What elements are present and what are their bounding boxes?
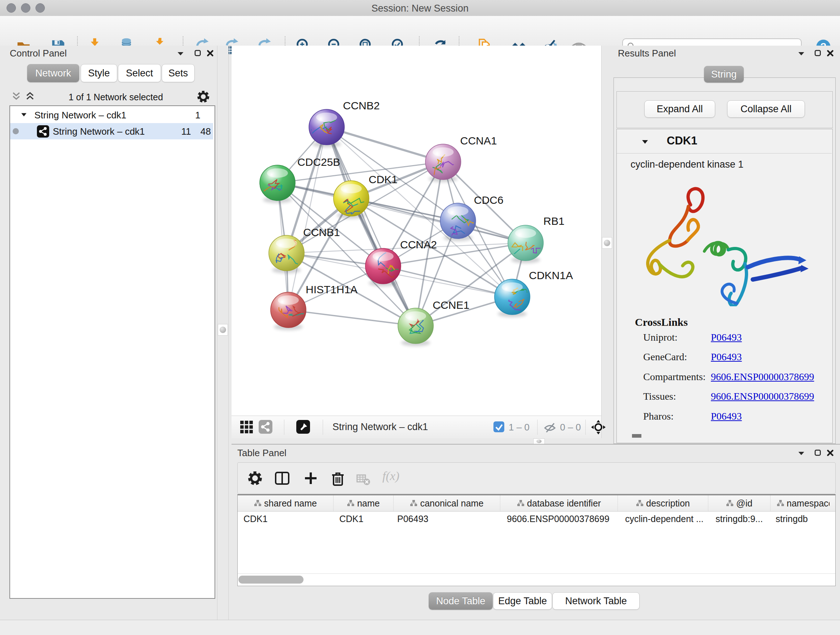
birds-eye-view-icon[interactable] (296, 420, 310, 435)
node-label: CDKN1A (529, 269, 573, 281)
netbar-separator (284, 420, 284, 435)
table-row[interactable]: CDK1 CDK1 P06493 9606.ENSP00000378699 cy… (238, 511, 835, 526)
node-label: HIST1H1A (306, 283, 357, 295)
table-options-gear-icon[interactable] (247, 470, 263, 488)
crosslink-value[interactable]: P06493 (711, 410, 742, 422)
show-grid-icon[interactable] (240, 420, 254, 435)
table-panel-float-icon[interactable] (814, 449, 822, 458)
results-panel-close-icon[interactable] (826, 49, 834, 59)
column-header[interactable]: database identifier (500, 495, 618, 511)
column-header[interactable]: name (333, 495, 393, 511)
crosslink-value[interactable]: 9606.ENSP00000378699 (711, 391, 814, 402)
application-window: Session: New Session (0, 0, 840, 635)
control-panel-float-icon[interactable] (194, 49, 202, 59)
crosslink-label: Pharos: (643, 410, 674, 422)
network-share-icon[interactable] (259, 420, 272, 435)
protein-structure-image (633, 176, 814, 306)
hidden-items-eye-icon[interactable] (543, 422, 556, 435)
network-view-canvas[interactable]: CCNB2CCNA1CDC25BCDK1CDC6RB1CCNB1CCNA2CDK… (232, 46, 601, 416)
right-splitter[interactable] (601, 46, 613, 444)
expand-all-button[interactable]: Expand All (644, 100, 715, 118)
results-panel: Results Panel String Expand All Collapse… (612, 46, 840, 444)
window-title: Session: New Session (0, 3, 840, 14)
bottom-splitter-handle[interactable] (533, 439, 545, 444)
table-toolbar: f(x) (237, 462, 836, 494)
crosslink-label: GeneCard: (643, 351, 687, 363)
table-panel-collapse-icon[interactable] (797, 450, 805, 458)
crosslink-value[interactable]: 9606.ENSP00000378699 (711, 371, 814, 383)
gene-card: CDK1 cyclin-dependent kinase 1 (616, 129, 833, 443)
network-edge[interactable] (288, 310, 416, 326)
left-splitter[interactable] (217, 46, 229, 620)
crosslink-label: Uniprot: (643, 332, 677, 343)
collection-expand-icon[interactable] (21, 112, 27, 119)
string-network-icon (37, 125, 49, 139)
tab-network-table[interactable]: Network Table (553, 592, 639, 610)
tab-node-table[interactable]: Node Table (429, 592, 493, 610)
expand-all-networks-icon[interactable] (25, 91, 35, 102)
selected-nodes-checkbox-icon[interactable] (493, 421, 504, 434)
crosslinks-heading: CrossLinks (635, 316, 688, 328)
results-panel-collapse-icon[interactable] (797, 50, 805, 59)
network-view-toolbar: String Network – cdk1 1 – 0 0 – 0 (232, 416, 601, 439)
show-columns-icon[interactable] (274, 470, 290, 488)
network-options-gear-icon[interactable] (196, 90, 210, 105)
crosslink-value[interactable]: P06493 (711, 351, 742, 363)
tab-edge-table[interactable]: Edge Table (493, 592, 552, 610)
title-bar: Session: New Session (0, 0, 840, 16)
scroll-divider (238, 573, 835, 574)
network-node-count: 11 (177, 126, 191, 137)
table-panel-close-icon[interactable] (826, 449, 834, 458)
table-header-row: shared name name canonical name database… (238, 495, 835, 511)
network-view-title: String Network – cdk1 (332, 421, 428, 432)
tab-string[interactable]: String (704, 66, 744, 82)
column-header[interactable]: namespace (771, 495, 835, 511)
node-label: CCNA2 (400, 239, 437, 250)
results-horizontal-scrollbar[interactable] (632, 434, 641, 438)
delete-column-trash-icon[interactable] (330, 470, 346, 488)
network-edge[interactable] (327, 127, 443, 162)
column-header[interactable]: canonical name (393, 495, 500, 511)
column-header[interactable]: description (618, 495, 708, 511)
collection-count: 1 (189, 110, 201, 121)
gene-card-divider (617, 153, 832, 154)
column-header[interactable]: shared name (238, 495, 333, 511)
tab-style[interactable]: Style (81, 64, 117, 82)
node-label: CCNE1 (433, 299, 470, 311)
right-splitter-handle[interactable] (602, 237, 612, 249)
results-panel-title: Results Panel (618, 48, 676, 59)
left-splitter-handle[interactable] (218, 324, 228, 336)
control-panel-collapse-icon[interactable] (177, 50, 185, 59)
control-panel-close-icon[interactable] (206, 49, 214, 59)
tab-sets[interactable]: Sets (162, 64, 195, 82)
main-toolbar: ? (0, 16, 840, 46)
column-header[interactable]: @id (708, 495, 771, 511)
tab-select[interactable]: Select (118, 64, 161, 82)
network-graph[interactable]: CCNB2CCNA1CDC25BCDK1CDC6RB1CCNB1CCNA2CDK… (232, 46, 601, 416)
fit-selected-crosshair-icon[interactable] (591, 419, 606, 437)
node-label: CCNB2 (343, 100, 380, 111)
gene-description: cyclin-dependent kinase 1 (630, 159, 744, 170)
collapse-all-networks-icon[interactable] (11, 91, 21, 102)
apply-function-icon-disabled: f(x) (382, 469, 399, 483)
table-horizontal-scrollbar[interactable] (238, 576, 303, 584)
gene-name: CDK1 (667, 134, 697, 147)
network-collection-row[interactable]: String Network – cdk1 1 (10, 107, 213, 123)
collection-label: String Network – cdk1 (34, 110, 126, 121)
network-label: String Network – cdk1 (53, 126, 145, 137)
network-list: String Network – cdk1 1 String Network –… (9, 105, 215, 599)
collapse-all-button[interactable]: Collapse All (727, 100, 805, 118)
network-current-dot-icon (13, 128, 19, 134)
node-label: CDC25B (297, 156, 340, 168)
add-column-icon[interactable] (303, 470, 319, 488)
network-edge[interactable] (288, 127, 327, 310)
tab-network[interactable]: Network (27, 64, 79, 82)
results-panel-float-icon[interactable] (814, 49, 822, 59)
gene-collapse-icon[interactable] (641, 139, 649, 147)
network-row-selected[interactable]: String Network – cdk1 11 48 (10, 123, 213, 139)
table-panel-title: Table Panel (237, 448, 286, 459)
control-panel: Control Panel Network Style Select Sets … (0, 46, 217, 620)
network-edge[interactable] (383, 266, 512, 297)
node-label: CCNB1 (303, 226, 340, 238)
crosslink-value[interactable]: P06493 (711, 332, 742, 343)
